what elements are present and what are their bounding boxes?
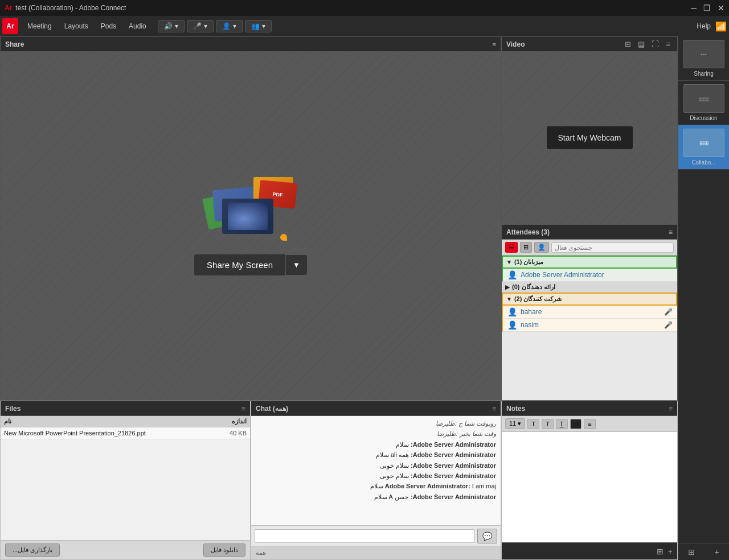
- participant-name-nasim: nasim: [521, 321, 664, 329]
- host-name: Adobe Server Administrator: [521, 271, 673, 279]
- participant-icon-bahare: 👤: [507, 307, 517, 316]
- video-menu-icon[interactable]: ≡: [664, 39, 673, 50]
- upload-button[interactable]: ...بارگذاری فایل: [5, 543, 60, 557]
- chat-msg-4: Adobe Server Administrator: سلام خوبی: [256, 462, 496, 470]
- msg-text-4: سلام خوبی: [380, 462, 409, 469]
- attendees-search-input[interactable]: [551, 242, 674, 253]
- notes-menu-icon[interactable]: ≡: [669, 405, 673, 413]
- files-col-header: نام اندازه: [1, 416, 250, 427]
- video-grid-icon[interactable]: ⊞: [622, 39, 633, 50]
- notes-grid-btn[interactable]: ⊞: [657, 547, 664, 556]
- sidebar-discussion-label: Discussion: [690, 115, 717, 121]
- share-my-screen-button[interactable]: Share My Screen: [194, 254, 285, 275]
- notes-italic-btn[interactable]: T: [542, 419, 554, 429]
- files-header: Files ≡: [1, 401, 250, 416]
- attendees-menu-icon[interactable]: ≡: [669, 228, 673, 236]
- sidebar-sharing-label: Sharing: [694, 71, 713, 77]
- minimize-btn[interactable]: ─: [691, 3, 697, 13]
- notes-content[interactable]: [502, 432, 677, 542]
- notes-add-btn[interactable]: +: [668, 547, 673, 556]
- maximize-btn[interactable]: ❐: [703, 3, 711, 13]
- chat-panel: Chat (همه) ≡ رویوقت شما ج :ظلیرضا وقت شم…: [251, 401, 501, 560]
- share-dropdown-button[interactable]: ▼: [285, 255, 307, 275]
- right-column: Video ⊞ ▤ ⛶ ≡ Start My Webcam Attendees …: [501, 36, 678, 401]
- mic-control[interactable]: 🎤 ▾: [187, 20, 214, 32]
- sidebar-footer-grid-btn[interactable]: ⊞: [688, 547, 695, 557]
- download-button[interactable]: دانلود فایل: [203, 543, 245, 557]
- presenters-section-header[interactable]: ▶ ارائه دهندگان (0): [502, 282, 677, 293]
- sharing-thumb: ▪▪▪: [683, 40, 724, 68]
- notes-underline-btn[interactable]: T: [556, 419, 568, 429]
- audio-control[interactable]: 🔊 ▾: [158, 20, 185, 32]
- sidebar-discussion[interactable]: ▤▤ Discussion: [678, 81, 729, 125]
- presenters-section-label: ارائه دهندگان (0): [512, 283, 555, 291]
- attendees-list-view-btn[interactable]: ☰: [505, 242, 518, 253]
- chat-input[interactable]: [255, 529, 475, 543]
- note-icon: [280, 234, 287, 241]
- file-size-0: 40 KB: [207, 430, 247, 437]
- participant-mic-nasim: 🎤: [664, 321, 673, 329]
- user-control[interactable]: 👤 ▾: [216, 20, 243, 32]
- files-menu-icon[interactable]: ≡: [241, 405, 245, 413]
- chat-msg-1: وقت شما بخیر :ظلیرضا: [256, 430, 496, 438]
- chat-footer-label: همه: [256, 549, 266, 557]
- adobe-logo: Ar: [2, 18, 18, 34]
- video-title: Video: [506, 40, 525, 48]
- sidebar-sharing[interactable]: ▪▪▪ Sharing: [678, 36, 729, 81]
- notes-footer: ⊞ +: [502, 542, 677, 559]
- notes-list-btn[interactable]: ≡: [584, 419, 595, 429]
- file-row-0[interactable]: New Microsoft PowerPoint Presentation_21…: [1, 427, 250, 439]
- window-controls[interactable]: ─ ❐ ✕: [691, 3, 724, 13]
- share-content: PPT PDF Share My Screen ▼: [1, 52, 501, 400]
- notes-color-btn[interactable]: ■: [570, 419, 582, 429]
- video-expand-icon[interactable]: ⛶: [649, 39, 661, 50]
- video-list-icon[interactable]: ▤: [636, 39, 647, 50]
- participants-section-header[interactable]: ▼ شرکت کنندگان (2): [502, 293, 677, 306]
- sidebar-collaboration[interactable]: ⊞⊞ Collabo...: [678, 125, 729, 170]
- files-empty-space: [1, 478, 250, 540]
- notes-fontsize-btn[interactable]: 11 ▾: [505, 418, 525, 429]
- chat-messages: رویوقت شما ج :ظلیرضا وقت شما بخیر :ظلیرض…: [251, 416, 501, 525]
- attendees-card-view-btn[interactable]: 👤: [534, 242, 549, 253]
- video-panel: Video ⊞ ▤ ⛶ ≡ Start My Webcam: [501, 36, 678, 224]
- notes-title: Notes: [506, 405, 525, 413]
- user-icon: 👤: [222, 22, 231, 30]
- menu-pods[interactable]: Pods: [95, 20, 122, 32]
- menu-controls-right: Help 📶: [697, 21, 727, 32]
- chat-msg-5: Adobe Server Administrator: سلام خوبی: [256, 472, 496, 480]
- attendees-toolbar: ☰ ⊞ 👤: [502, 240, 677, 256]
- start-webcam-button[interactable]: Start My Webcam: [547, 126, 633, 149]
- menu-layouts[interactable]: Layouts: [59, 20, 94, 32]
- share-menu-icon[interactable]: ≡: [493, 41, 496, 48]
- chat-msg-2: Adobe Server Administrator: سلام: [256, 440, 496, 449]
- participants-section-label: شرکت کنندگان (2): [514, 295, 562, 303]
- attendees-grid-view-btn[interactable]: ⊞: [520, 242, 532, 253]
- notes-bold-btn[interactable]: T: [527, 419, 539, 429]
- chat-msg-3: Adobe Server Administrator: همه ali سلام: [256, 451, 496, 459]
- menubar: Ar Meeting Layouts Pods Audio 🔊 ▾ 🎤 ▾ 👤 …: [0, 16, 729, 36]
- chat-input-row: 💬: [251, 525, 501, 546]
- msg-sender-3: Adobe Server Administrator:: [411, 451, 496, 458]
- participant-mic-bahare: 🎤: [664, 308, 673, 316]
- audio-icon: 🔊: [164, 22, 173, 30]
- sidebar: ▪▪▪ Sharing ▤▤ Discussion ⊞⊞ Collabo... …: [678, 36, 729, 560]
- collaboration-thumb: ⊞⊞: [683, 129, 724, 157]
- sidebar-collaboration-label: Collabo...: [691, 159, 715, 166]
- status-control[interactable]: 👥 ▾: [245, 20, 272, 32]
- files-footer: ...بارگذاری فایل دانلود فایل: [1, 540, 250, 559]
- notes-panel: Notes ≡ 11 ▾ T T T ■ ≡ ⊞ +: [501, 401, 678, 560]
- msg-text-2: سلام: [396, 441, 409, 448]
- files-title: Files: [5, 405, 21, 413]
- host-section-header[interactable]: ▼ میزبانان (1): [502, 256, 677, 269]
- menu-meeting[interactable]: Meeting: [22, 20, 58, 32]
- share-panel: Share ≡ PPT PDF Share My Screen ▼: [0, 36, 501, 401]
- close-btn[interactable]: ✕: [718, 3, 724, 13]
- menu-audio[interactable]: Audio: [123, 20, 152, 32]
- sidebar-footer-add-btn[interactable]: +: [715, 547, 719, 557]
- host-attendee-row: 👤 Adobe Server Administrator: [502, 269, 677, 282]
- chat-menu-icon[interactable]: ≡: [492, 405, 496, 413]
- msg-sender-4: Adobe Server Administrator:: [411, 462, 496, 469]
- msg-sender-7: Adobe Server Administrator:: [411, 493, 496, 500]
- chat-send-button[interactable]: 💬: [477, 529, 497, 543]
- chat-msg-7: Adobe Server Administrator: حسن A سلام: [256, 493, 496, 501]
